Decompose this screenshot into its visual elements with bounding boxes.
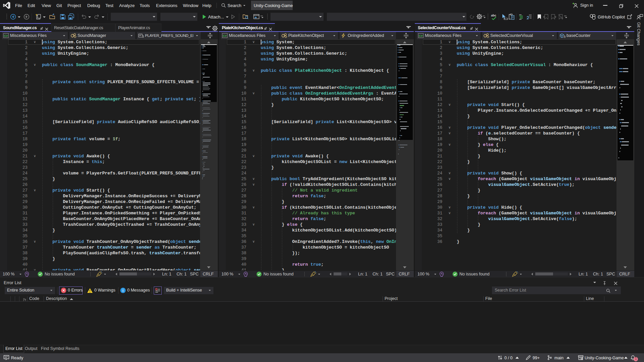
svg-text:C#: C# <box>419 34 423 38</box>
svg-text:C#: C# <box>4 34 8 38</box>
svg-text:C#: C# <box>223 34 227 38</box>
svg-text:abc: abc <box>491 14 496 17</box>
